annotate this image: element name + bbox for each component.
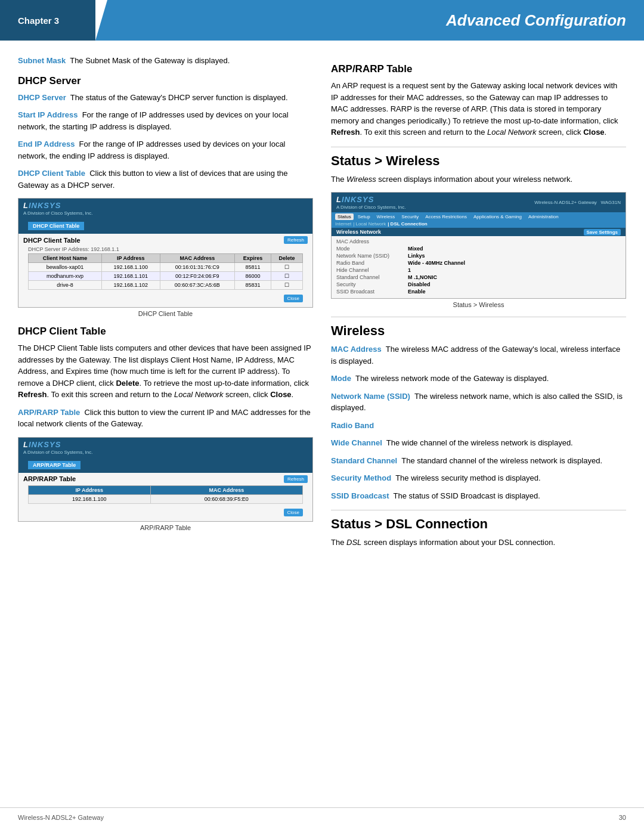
arp-table: IP Address MAC Address 192.168.1.100 00:… bbox=[28, 485, 303, 504]
ws-security-label: Security bbox=[336, 281, 408, 287]
wireless-ls-logo-block: LINKSYS A Division of Cisco Systems, Inc… bbox=[336, 195, 405, 210]
footer-left: Wireless-N ADSL2+ Gateway bbox=[18, 814, 104, 821]
expires-1: 85811 bbox=[234, 263, 271, 272]
status-wireless-heading: Status > Wireless bbox=[331, 147, 626, 169]
radio-band-para: Radio Band bbox=[331, 420, 626, 432]
ws-security-value: Disabled bbox=[408, 281, 431, 287]
tab-applications[interactable]: Applications & Gaming bbox=[471, 213, 524, 220]
table-row: bewallos-xap01 192.168.1.100 00:16:01:31… bbox=[29, 263, 303, 272]
table-row: drive-8 192.168.1.102 00:60:67:3C:A5:6B … bbox=[29, 281, 303, 290]
ls-header: LINKSYS A Division of Cisco Systems, Inc… bbox=[18, 199, 312, 218]
refresh-button[interactable]: Refresh bbox=[284, 236, 308, 244]
ws-hide-value: 1 bbox=[408, 267, 411, 273]
subtab-internet[interactable]: Internet bbox=[335, 221, 351, 227]
dhcp-screenshot-caption: DHCP Client Table bbox=[18, 310, 313, 317]
wireless-main-tabs: Status Setup Wireless Security Access Re… bbox=[335, 213, 561, 220]
tab-wireless[interactable]: Wireless bbox=[374, 213, 398, 220]
ws-broadcast-label: SSID Broadcast bbox=[336, 289, 408, 295]
wide-channel-term: Wide Channel bbox=[331, 438, 382, 447]
ls-dhcp-section-label: DHCP Client Table bbox=[28, 222, 84, 230]
start-ip-para: Start IP Address For the range of IP add… bbox=[18, 109, 313, 132]
ws-row-mode: Mode Mixed bbox=[336, 246, 621, 252]
col-client-host: Client Host Name bbox=[29, 254, 102, 263]
mac-address-para: MAC Address The wireless MAC address of … bbox=[331, 343, 626, 367]
dhcp-client-table-subheading: DHCP Client Table bbox=[18, 326, 313, 337]
dhcp-screenshot: LINKSYS A Division of Cisco Systems, Inc… bbox=[18, 198, 313, 308]
arp-ls-subtitle: A Division of Cisco Systems, Inc. bbox=[23, 450, 92, 455]
col-expires: Expires bbox=[234, 254, 271, 263]
status-dsl-heading: Status > DSL Connection bbox=[331, 510, 626, 532]
arprarp-right-heading: ARP/RARP Table bbox=[331, 63, 626, 75]
dhcp-clients-table: Client Host Name IP Address MAC Address … bbox=[28, 253, 303, 290]
subtab-localnet[interactable]: | Local Network bbox=[353, 221, 386, 227]
page-title: Advanced Configuration bbox=[446, 11, 626, 30]
delete-1[interactable]: ☐ bbox=[271, 263, 302, 272]
page-footer: Wireless-N ADSL2+ Gateway 30 bbox=[0, 807, 644, 827]
ws-broadcast-value: Enable bbox=[408, 289, 426, 295]
start-ip-term: Start IP Address bbox=[18, 110, 78, 119]
mac-address-term: MAC Address bbox=[331, 345, 382, 354]
expires-3: 85831 bbox=[234, 281, 271, 290]
ws-standard-label: Standard Channel bbox=[336, 274, 408, 280]
ls-logo: LINKSYS bbox=[23, 201, 92, 210]
arp-table-label: ARP/RARP Table bbox=[23, 475, 76, 482]
dhcp-client-table-label: DHCP Client Table bbox=[23, 237, 80, 244]
network-name-para: Network Name (SSID) The wireless network… bbox=[331, 391, 626, 414]
ws-mode-label: Mode bbox=[336, 246, 408, 252]
ssid-broadcast-text: The status of SSID Broadcast is displaye… bbox=[394, 491, 540, 500]
ip-2: 192.168.1.101 bbox=[101, 272, 160, 281]
subtab-dsl[interactable]: | DSL Connection bbox=[388, 221, 428, 227]
network-name-term: Network Name (SSID) bbox=[331, 392, 410, 401]
ws-ssid-label: Network Name (SSID) bbox=[336, 253, 408, 259]
security-method-text: The wireless security method is displaye… bbox=[395, 473, 541, 482]
security-method-term: Security Method bbox=[331, 473, 391, 482]
dhcp-server-heading: DHCP Server bbox=[18, 75, 313, 87]
arp-mac-1: 00:60:68:39:F5:E0 bbox=[150, 494, 302, 503]
close-button[interactable]: Close bbox=[284, 295, 303, 302]
wireless-save-btn[interactable]: Save Settings bbox=[584, 229, 621, 235]
client-host-1: bewallos-xap01 bbox=[29, 263, 102, 272]
ip-1: 192.168.1.100 bbox=[101, 263, 160, 272]
dhcp-server-para: DHCP Server The status of the Gateway's … bbox=[18, 92, 313, 104]
arp-ip-1: 192.168.1.100 bbox=[29, 494, 151, 503]
standard-channel-para: Standard Channel The standard channel of… bbox=[331, 455, 626, 467]
arp-refresh-button[interactable]: Refresh bbox=[284, 475, 308, 483]
dhcp-close-area: Close bbox=[23, 292, 308, 305]
dhcp-table-body: bewallos-xap01 192.168.1.100 00:16:01:31… bbox=[29, 263, 303, 290]
dhcp-server-term: DHCP Server bbox=[18, 93, 66, 102]
col-ip-address: IP Address bbox=[101, 254, 160, 263]
ssid-broadcast-para: SSID Broadcast The status of SSID Broadc… bbox=[331, 490, 626, 502]
tab-admin[interactable]: Administration bbox=[526, 213, 561, 220]
wireless-fields: MAC Address Mode Mixed Network Name (SSI… bbox=[332, 236, 626, 298]
tab-status[interactable]: Status bbox=[335, 213, 354, 220]
tab-access[interactable]: Access Restrictions bbox=[423, 213, 469, 220]
arp-ls-logo-block: LINKSYS A Division of Cisco Systems, Inc… bbox=[23, 440, 92, 455]
end-ip-para: End IP Address For the range of IP addre… bbox=[18, 138, 313, 162]
standard-channel-text: The standard channel of the wireless net… bbox=[401, 456, 602, 465]
wireless-subtabs: Internet | Local Network | DSL Connectio… bbox=[335, 221, 561, 227]
wide-channel-para: Wide Channel The wide channel of the wir… bbox=[331, 437, 626, 449]
ws-row-mac: MAC Address bbox=[336, 239, 621, 244]
ws-row-radio: Radio Band Wide - 40MHz Channel bbox=[336, 260, 621, 266]
ws-row-security: Security Disabled bbox=[336, 281, 621, 287]
tab-setup[interactable]: Setup bbox=[355, 213, 373, 220]
dhcp-table-topbar: DHCP Client Table Refresh bbox=[23, 236, 308, 244]
wireless-ls-subtitle: A Division of Cisco Systems, Inc. bbox=[336, 205, 405, 210]
delete-2[interactable]: ☐ bbox=[271, 272, 302, 281]
table-row: 192.168.1.100 00:60:68:39:F5:E0 bbox=[29, 494, 303, 503]
arprarp-term-para: ARP/RARP Table Click this button to view… bbox=[18, 407, 313, 430]
arp-close-area: Close bbox=[23, 506, 308, 519]
delete-3[interactable]: ☐ bbox=[271, 281, 302, 290]
ws-row-broadcast: SSID Broadcast Enable bbox=[336, 289, 621, 295]
tab-security[interactable]: Security bbox=[399, 213, 421, 220]
left-column: Subnet Mask The Subnet Mask of the Gatew… bbox=[18, 55, 313, 555]
right-column: ARP/RARP Table An ARP request is a reque… bbox=[331, 55, 626, 555]
arp-ls-logo: LINKSYS bbox=[23, 440, 92, 449]
radio-band-term: Radio Band bbox=[331, 421, 374, 430]
ls-section-label-bar: DHCP Client Table bbox=[18, 218, 312, 234]
status-dsl-body: The DSL screen displays information abou… bbox=[331, 537, 626, 549]
ws-mode-value: Mixed bbox=[408, 246, 423, 252]
arp-ls-header: LINKSYS A Division of Cisco Systems, Inc… bbox=[18, 438, 312, 457]
arp-close-button[interactable]: Close bbox=[284, 509, 303, 516]
ls-subtitle: A Division of Cisco Systems, Inc. bbox=[23, 210, 92, 216]
